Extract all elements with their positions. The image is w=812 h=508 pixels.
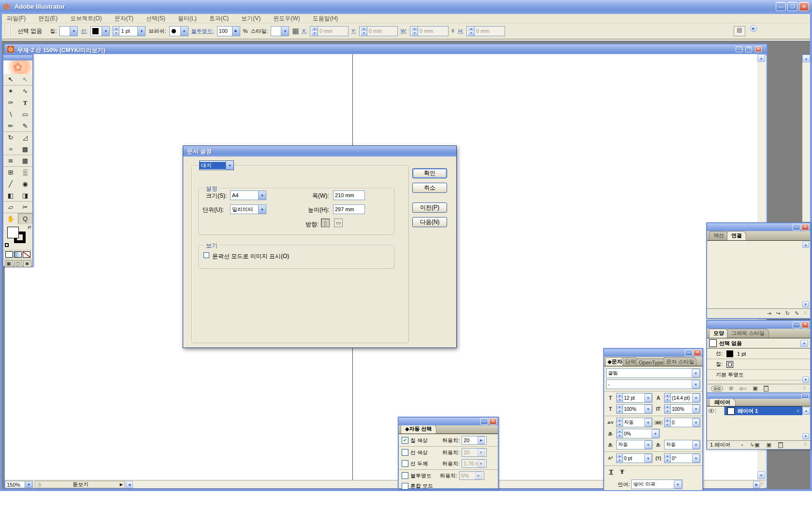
stroke-weight-combo[interactable]: ▲ ▼ 1 pt ▼ [113,26,145,36]
tab-graphic-styles[interactable]: 그래픽 스타일 [727,329,769,338]
scroll-down-icon[interactable]: ▼ [757,471,765,479]
dialog-title-bar[interactable]: 문서 설정 [183,146,456,157]
pen-tool[interactable]: ✑ [3,97,18,108]
edit-original-icon[interactable]: ✎ [795,310,799,317]
palette-close-button[interactable]: ✕ [489,418,497,425]
new-sublayer-icon[interactable]: ↳▣ [750,442,760,448]
language-combo[interactable]: 영어: 미국 ▼ [631,479,682,489]
menu-view[interactable]: 보기(V) [241,15,261,23]
type-tool[interactable]: T [18,97,32,108]
menu-object[interactable]: 오브젝트(O) [70,15,102,23]
scroll-right-icon[interactable]: ▶ [753,481,760,488]
character-title-bar[interactable]: — ✕ [604,349,702,357]
live-paint-selection-tool[interactable]: ◨ [18,190,32,201]
dropdown-arrow-icon[interactable]: ▼ [674,480,682,489]
scroll-up-icon[interactable]: ▲ [802,407,810,415]
swap-fill-stroke-icon[interactable]: ⇄ [28,225,31,230]
menu-type[interactable]: 문자(T) [115,15,133,23]
strikethrough-button[interactable]: Ŧ [620,468,624,476]
links-title-bar[interactable]: — ✕ [707,223,810,231]
background-window-scrollbar[interactable]: ▲ [802,55,810,222]
dropdown-arrow-icon[interactable]: ▼ [692,440,700,449]
dropdown-arrow-icon[interactable]: ▼ [692,454,700,463]
underline-button[interactable]: T [609,468,613,476]
close-button[interactable]: ✕ [799,2,809,11]
slice-tool[interactable]: ▱ [3,202,18,213]
dropdown-arrow-icon[interactable]: ▼ [258,205,266,214]
scroll-down-icon[interactable]: ▼ [802,377,809,383]
dropdown-arrow-icon[interactable]: ▼ [180,27,188,36]
spinner[interactable]: ▲▼ [617,393,623,402]
dropdown-arrow-icon[interactable]: ▼ [692,405,700,413]
appearance-title-bar[interactable]: — ✕ [707,321,810,329]
scroll-up-icon[interactable]: ▲ [757,54,765,62]
tracking-field[interactable]: ▲▼ 0 ▼ [664,418,700,427]
tab-character-styles[interactable]: 문자 스타일 [664,357,696,366]
fill-color-checkbox[interactable]: ✔ [402,437,408,444]
kerning-field[interactable]: ▲▼ 자동 ▼ [616,418,652,427]
palette-resize-grip[interactable]: ⠿ [804,311,807,316]
h-field[interactable]: ▲▼ 0 mm [466,26,505,36]
appearance-row-selection[interactable]: 선택 없음 ▲ [707,338,810,348]
menu-file[interactable]: 파일(F) [7,15,26,23]
appearance-row-fill[interactable]: 칠: [707,359,810,370]
spinner[interactable]: ▲▼ [617,418,623,427]
links-content[interactable]: ▲ ▼ [707,241,810,308]
spinner[interactable]: ▲▼ [665,454,671,463]
maximize-button[interactable]: ❐ [787,2,798,11]
mesh-tool[interactable]: ⊞ [3,167,18,178]
dropdown-arrow-icon[interactable]: ▼ [137,27,145,36]
stroke-color-checkbox[interactable] [402,449,408,456]
go-to-link-icon[interactable]: ↪ [776,310,780,317]
spin-up-icon[interactable]: ▲ [113,27,119,31]
magic-wand-title-bar[interactable]: — ✕ [399,418,498,425]
prev-button[interactable]: 이전(P) [412,203,447,213]
size-combo[interactable]: A4 ▼ [230,190,266,200]
spinner[interactable]: ▲▼ [617,454,623,463]
stroke-label[interactable]: 선: [81,28,87,35]
default-fill-stroke-icon[interactable] [5,243,9,247]
y-label[interactable]: Y: [351,28,356,34]
lock-cell[interactable] [716,406,725,415]
new-item-icon[interactable]: ▣ [753,385,757,392]
dropdown-arrow-icon[interactable]: ▼ [644,393,652,402]
dropdown-arrow-icon[interactable]: ▼ [258,191,266,200]
palette-minimize-button[interactable]: — [685,349,693,356]
reference-point-icon[interactable]: ▦ [292,27,299,35]
outline-mode-checkbox[interactable] [203,252,209,258]
font-style-combo[interactable]: - ▼ [606,379,700,389]
clear-appearance-icon[interactable]: ⊘ [729,385,733,392]
control-bar-grip[interactable] [4,24,6,38]
palette-close-button[interactable]: ✕ [801,224,809,231]
spinner[interactable]: ▲▼ [665,393,671,402]
live-paint-bucket-tool[interactable]: ◧ [3,190,18,201]
dropdown-arrow-icon[interactable]: ▼ [692,380,700,389]
cancel-button[interactable]: 취소 [412,183,447,193]
scroll-up-icon[interactable]: ▲ [802,242,809,248]
appearance-row-transparency[interactable]: 기본 투명도 [707,370,810,380]
tab-links[interactable]: 연결 [727,231,746,240]
x-label[interactable]: X: [302,28,307,34]
palette-resize-grip[interactable]: ⠿ [803,386,806,391]
dropdown-arrow-icon[interactable]: ▼ [644,440,652,449]
vertical-scale-field[interactable]: ▲▼ 100% ▼ [664,404,700,414]
free-transform-tool[interactable]: ▩ [18,144,32,155]
document-title-bar[interactable]: ✿ 무제-2 @ 150% (CMYK/미리보기) — ❐ ✕ [5,44,767,55]
opacity-field[interactable]: 100 ▶ [217,26,240,36]
dropdown-arrow-icon[interactable]: ▼ [644,418,652,427]
column-graph-tool[interactable]: ▦ [18,155,32,166]
scale-tool[interactable]: ◿ [18,132,32,143]
doc-restore-button[interactable]: ❐ [745,46,752,52]
menu-help[interactable]: 도움말(H) [313,15,338,23]
stroke-weight-spinner[interactable]: ▲ ▼ [113,27,119,36]
font-size-field[interactable]: ▲▼ 12 pt ▼ [616,393,652,403]
minimize-button[interactable]: — [776,2,786,11]
constrain-chain-icon[interactable]: ∞ [450,29,456,33]
paintbrush-tool[interactable]: ✏ [3,120,18,131]
duplicate-appearance-icon[interactable]: ⊙⊙ [711,386,723,392]
warp-tool[interactable]: ≈ [3,144,18,155]
dropdown-arrow-icon[interactable]: ▼ [652,429,659,438]
h-label[interactable]: H: [458,28,464,34]
tab-actions[interactable]: 액션 [709,231,728,240]
relink-icon[interactable]: ⇥ [767,310,771,317]
